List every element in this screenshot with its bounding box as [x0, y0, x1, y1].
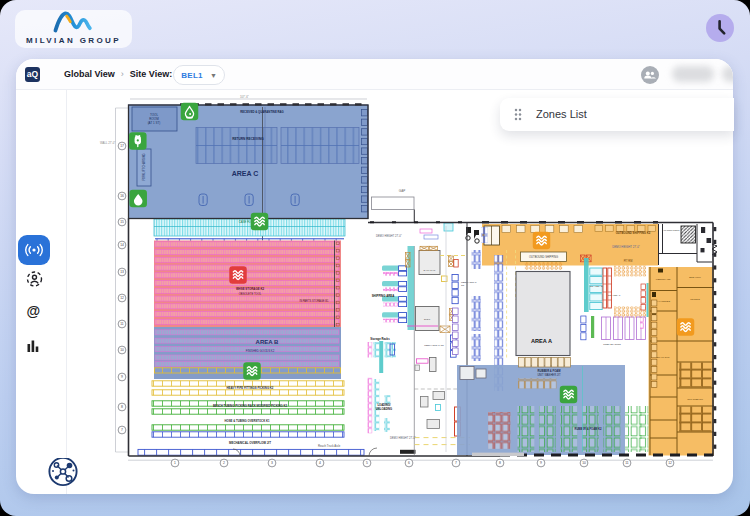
svg-text:AREA A: AREA A	[531, 338, 552, 344]
svg-text:AIR COMP ROOM: AIR COMP ROOM	[663, 229, 680, 231]
svg-text:AREA B: AREA B	[256, 339, 279, 345]
svg-text:BATT CHG: BATT CHG	[424, 269, 436, 272]
svg-text:TOILETS: TOILETS	[690, 298, 700, 300]
svg-text:OUTBOUND SHIPPING: OUTBOUND SHIPPING	[529, 255, 558, 259]
svg-text:MECHANICAL JIT: MECHANICAL JIT	[424, 344, 444, 347]
svg-text:JIT: JIT	[461, 284, 465, 287]
svg-text:RECEIVED & QUARANTINE RAG: RECEIVED & QUARANTINE RAG	[240, 110, 284, 114]
svg-text:3: 3	[271, 461, 273, 465]
svg-text:HOSE & TUBING OVERSTOCK K1: HOSE & TUBING OVERSTOCK K1	[224, 419, 269, 423]
svg-text:11: 11	[625, 461, 629, 465]
svg-text:7: 7	[455, 461, 457, 465]
svg-text:4: 4	[319, 461, 321, 465]
svg-text:9: 9	[121, 375, 123, 379]
svg-text:PREP STAGING: PREP STAGING	[603, 343, 621, 346]
svg-text:WALL 27'-0": WALL 27'-0"	[100, 141, 115, 145]
svg-text:16: 16	[120, 194, 124, 198]
svg-text:7: 7	[121, 428, 123, 432]
svg-text:10: 10	[582, 461, 586, 465]
svg-text:PIT RM: PIT RM	[624, 259, 633, 263]
svg-text:LOADING/: LOADING/	[377, 403, 390, 407]
svg-text:10: 10	[120, 348, 124, 352]
svg-text:CUT TUBE RM: CUT TUBE RM	[687, 398, 703, 400]
svg-text:OBSOLETE TOOL: OBSOLETE TOOL	[239, 292, 262, 296]
svg-text:BREAKRM: BREAKRM	[689, 276, 700, 278]
svg-text:SMALL OFC: SMALL OFC	[657, 356, 670, 358]
svg-text:Storage Racks: Storage Racks	[370, 337, 390, 341]
svg-text:17: 17	[120, 144, 124, 148]
svg-text:BESCH TUBING-PICKING RACK MODI: BESCH TUBING-PICKING RACK MODIFIED PICKI…	[213, 404, 287, 408]
svg-text:2: 2	[223, 461, 225, 465]
svg-text:11: 11	[120, 322, 124, 326]
svg-text:FORKLIFT CHARGING: FORKLIFT CHARGING	[142, 153, 146, 180]
svg-text:OUTBOUND SHIPPING K2: OUTBOUND SHIPPING K2	[616, 231, 651, 235]
svg-text:DEMO HEIGHT 27'-0": DEMO HEIGHT 27'-0"	[612, 245, 640, 249]
svg-text:UNIT WASHER JIT: UNIT WASHER JIT	[537, 373, 561, 377]
svg-text:5: 5	[366, 461, 368, 465]
svg-text:FIBERGLASS: FIBERGLASS	[656, 278, 671, 280]
svg-text:6: 6	[408, 461, 410, 465]
svg-text:AREA C: AREA C	[232, 170, 259, 177]
svg-text:Reach Truck Aisle: Reach Truck Aisle	[318, 444, 341, 448]
svg-text:WHSE STORAGE K2: WHSE STORAGE K2	[236, 287, 265, 291]
svg-text:9: 9	[540, 461, 542, 465]
svg-text:QC AREA 1: QC AREA 1	[608, 294, 621, 297]
svg-text:12: 12	[120, 296, 124, 300]
svg-text:QC AREA 2: QC AREA 2	[590, 285, 603, 288]
svg-text:MECHANICAL OVERFLOW JIT: MECHANICAL OVERFLOW JIT	[229, 441, 271, 445]
svg-text:HEAVY PIPE FITTINGS PICKING K2: HEAVY PIPE FITTINGS PICKING K2	[227, 386, 274, 390]
svg-text:RUBBER & FOAM K2: RUBBER & FOAM K2	[574, 427, 602, 431]
svg-text:DEMO HEIGHT 27'-0": DEMO HEIGHT 27'-0"	[376, 234, 402, 238]
svg-text:1: 1	[174, 461, 176, 465]
svg-text:RUBBER & FOAM: RUBBER & FOAM	[538, 369, 562, 373]
svg-text:12: 12	[668, 461, 672, 465]
svg-text:(AT 1 ST): (AT 1 ST)	[148, 121, 161, 125]
svg-text:DEMO HEIGHT 27'-0": DEMO HEIGHT 27'-0"	[390, 436, 416, 440]
svg-text:FINISHED GOODS K2: FINISHED GOODS K2	[246, 349, 275, 353]
svg-text:8: 8	[121, 405, 123, 409]
svg-text:8: 8	[499, 461, 501, 465]
svg-text:14: 14	[120, 243, 124, 247]
svg-text:107'-6": 107'-6"	[240, 95, 249, 99]
svg-text:SHIPPING AREA: SHIPPING AREA	[372, 294, 396, 298]
svg-text:IN PARTS STORAGE B1: IN PARTS STORAGE B1	[300, 299, 330, 303]
svg-text:LAVATORIES: LAVATORIES	[656, 300, 670, 302]
svg-text:UNLOADING: UNLOADING	[376, 407, 392, 411]
svg-text:GAP: GAP	[399, 189, 405, 193]
svg-text:RETURN RECEIVING: RETURN RECEIVING	[232, 137, 264, 141]
svg-text:15: 15	[120, 220, 124, 224]
svg-text:13: 13	[120, 270, 124, 274]
svg-text:ELEC: ELEC	[424, 318, 431, 321]
